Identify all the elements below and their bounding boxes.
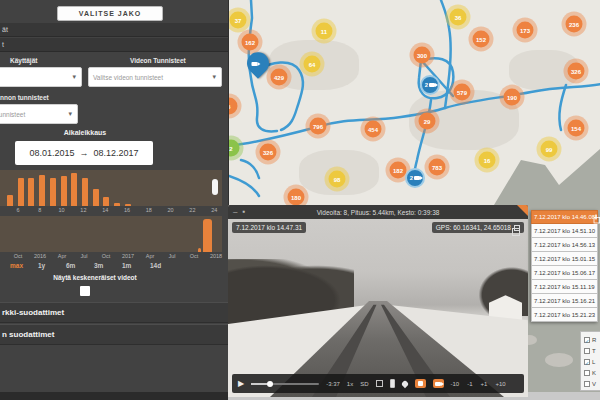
range-button-14d[interactable]: 14d [150,262,161,269]
range-button-6m[interactable]: 6m [66,262,75,269]
playlist-item[interactable]: 7.12.2017 klo 15.11.19 [531,280,598,294]
map-marker[interactable]: 16 [479,152,496,169]
map-marker[interactable]: 162 [242,34,259,51]
timeline-histogram[interactable] [0,216,222,252]
playlist-item[interactable]: 7.12.2017 klo 14.51.10 [531,224,598,238]
incomplete-videos-checkbox[interactable] [80,286,90,296]
users-dropdown[interactable]: ▾ [0,67,82,87]
map-marker[interactable]: 173 [517,22,534,39]
map-marker[interactable]: 36 [450,9,467,26]
range-button-max[interactable]: max [10,262,23,269]
quality-button[interactable]: SD [360,381,368,387]
step-button-+1[interactable]: +1 [481,381,488,387]
playlist-item[interactable]: 7.12.2017 klo 15.01.15 [531,252,598,266]
step-button--10[interactable]: -10 [451,381,460,387]
playlist-timestamp: 7.12.2017 klo 15.21.23 [534,312,595,318]
section-tag-filters[interactable]: rkki-suodattimet [0,302,228,323]
step-button-+10[interactable]: +10 [495,381,505,387]
checkbox-icon[interactable] [584,359,590,365]
video-player[interactable]: – ▪ Videoita: 8, Pituus: 5.44km, Kesto: … [228,205,528,397]
select-share-button[interactable]: VALITSE JAKO [57,6,163,21]
sidebar-footer [0,392,228,400]
map-marker[interactable]: 37 [230,12,247,29]
layer-label: R [592,337,596,343]
map-layer-panel: RTLKV [580,331,600,391]
seek-handle[interactable] [267,381,273,387]
playlist-item[interactable]: 7.12.2017 klo 15.21.23 [531,308,598,322]
time-remaining: -3:37 [326,381,340,387]
snapshot-button[interactable] [415,379,426,388]
step-button--1[interactable]: -1 [467,381,472,387]
layer-checkbox-row[interactable]: T [584,345,600,356]
date-range-picker[interactable]: 08.01.2015 → 08.12.2017 [15,141,153,165]
map-marker[interactable]: 454 [365,121,382,138]
checkbox-icon[interactable] [584,381,590,387]
speed-button[interactable]: 1x [347,381,353,387]
tick-label: 20 [168,207,174,213]
map-marker[interactable]: 29 [419,113,436,130]
layer-checkbox-row[interactable]: K [584,367,600,378]
play-button[interactable]: ▶ [238,379,244,388]
range-button-3m[interactable]: 3m [94,262,103,269]
playlist-timestamp: 7.12.2017 klo 14.56.13 [534,242,595,248]
map-video-cluster[interactable]: 2 [420,75,440,95]
copy-icon[interactable] [514,225,520,231]
hour-histogram[interactable] [0,170,222,206]
histogram-bar [114,203,120,206]
users-label: Käyttäjät [10,57,37,64]
map-marker[interactable]: 429 [271,69,288,86]
copy-icon[interactable] [595,215,597,220]
tick-label: 12 [80,207,86,213]
camera-icon [414,176,420,180]
map-marker[interactable]: 98 [329,171,346,188]
video-frame [228,205,528,397]
map-marker[interactable]: 300 [414,47,431,64]
range-slider-handle[interactable] [212,179,218,195]
video-tags-dropdown[interactable]: Valitse videon tunnisteet ▾ [88,67,222,87]
map-marker[interactable]: 579 [454,84,471,101]
map-marker[interactable]: 326 [568,63,585,80]
playlist-item[interactable]: 7.12.2017 klo 15.06.17 [531,266,598,280]
location-pin-icon[interactable] [400,379,408,387]
map-marker[interactable]: 154 [568,120,585,137]
map-marker[interactable]: 236 [566,16,583,33]
map-marker[interactable]: 326 [260,144,277,161]
minimize-icon[interactable]: – [233,209,237,215]
section-other-filters[interactable]: n suodattimet [0,324,228,345]
device-icon[interactable] [390,379,395,388]
map-island [545,353,573,367]
other-tags-dropdown[interactable]: tunnisteet ▾ [0,104,78,124]
map-marker[interactable]: 152 [473,31,490,48]
layer-checkbox-row[interactable]: V [584,378,600,389]
histogram-bar [203,219,212,252]
layer-checkbox-row[interactable]: R [584,334,600,345]
playlist-item[interactable]: 7.12.2017 klo 14.46.08 [531,210,598,224]
chevron-down-icon: ▾ [72,73,76,81]
camera-button[interactable] [433,379,444,388]
seek-slider[interactable] [251,383,319,385]
map-marker[interactable]: 783 [429,159,446,176]
map-marker[interactable]: 11 [316,23,333,40]
map-marker[interactable]: 190 [504,89,521,106]
window-icon[interactable]: ▪ [242,209,245,215]
filter-sidebar: VALITSE JAKO ät t Käyttäjät Videon Tunni… [0,0,228,392]
map-marker[interactable]: 99 [541,141,558,158]
map-marker[interactable]: 796 [310,118,327,135]
checkbox-icon[interactable] [584,370,590,376]
playlist-item[interactable]: 7.12.2017 klo 14.56.13 [531,238,598,252]
playlist-item[interactable]: 7.12.2017 klo 15.16.21 [531,294,598,308]
checkbox-icon[interactable] [584,337,590,343]
fullscreen-icon[interactable] [376,380,383,387]
map-marker[interactable]: 182 [390,162,407,179]
accordion-row-1[interactable]: ät [0,23,228,37]
range-button-1m[interactable]: 1m [122,262,131,269]
histogram-bar [125,204,131,206]
map-marker[interactable]: 64 [304,56,321,73]
date-from: 08.01.2015 [29,148,74,158]
range-button-1y[interactable]: 1y [38,262,45,269]
map-marker[interactable]: 180 [288,189,305,206]
map-video-cluster[interactable]: 2 [405,168,425,188]
layer-checkbox-row[interactable]: L [584,356,600,367]
checkbox-icon[interactable] [584,348,590,354]
accordion-row-2[interactable]: t [0,38,228,52]
